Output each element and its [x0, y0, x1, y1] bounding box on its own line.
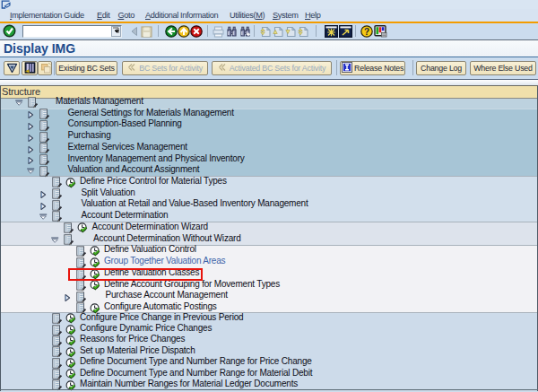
- svg-text:?: ?: [364, 27, 369, 37]
